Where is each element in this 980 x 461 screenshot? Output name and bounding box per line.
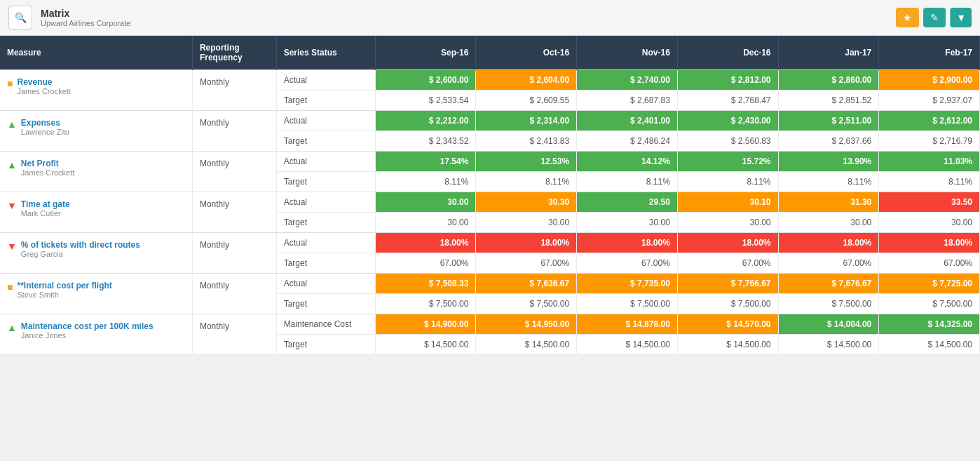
series-status-cell: Target	[276, 335, 375, 355]
table-row: ▼Time at gateMark CutlerMonthlyActual30.…	[0, 192, 980, 213]
value-cell: $ 7,500.00	[879, 294, 980, 314]
value-cell: $ 2,900.00	[879, 70, 980, 91]
value-cell: 8.11%	[778, 172, 879, 192]
series-status-cell: Actual	[276, 274, 375, 294]
value-cell: 8.11%	[879, 172, 980, 192]
value-cell: 18.00%	[375, 233, 476, 253]
value-cell: 14.12%	[577, 152, 678, 172]
col-oct16: Oct-16	[476, 36, 577, 70]
value-cell: 8.11%	[476, 172, 577, 192]
frequency-cell: Monthly	[192, 314, 276, 355]
app-title: Matrix	[41, 8, 130, 19]
value-cell: 18.00%	[577, 233, 678, 253]
value-cell: $ 14,325.00	[879, 314, 980, 335]
arrow-down-icon: ▼	[7, 241, 17, 252]
col-feb17: Feb-17	[879, 36, 980, 70]
value-cell: 67.00%	[879, 253, 980, 274]
value-cell: 12.53%	[476, 152, 577, 172]
value-cell: 30.30	[476, 192, 577, 213]
value-cell: $ 2,413.83	[476, 131, 577, 152]
value-cell: $ 2,212.00	[375, 111, 476, 131]
table-header-row: Measure ReportingFrequency Series Status…	[0, 36, 980, 70]
square-icon: ■	[7, 281, 13, 293]
edit-button[interactable]: ✎	[923, 8, 946, 27]
measure-owner: James Crockett	[17, 87, 70, 95]
series-status-cell: Target	[276, 172, 375, 192]
value-cell: 30.00	[778, 213, 879, 233]
measure-cell: ▲Maintenance cost per 100K milesJanice J…	[0, 314, 192, 355]
frequency-cell: Monthly	[192, 274, 276, 314]
measure-cell: ▼Time at gateMark Cutler	[0, 192, 192, 233]
frequency-cell: Monthly	[192, 233, 276, 274]
value-cell: $ 14,878.00	[577, 314, 678, 335]
measure-cell: ■RevenueJames Crockett	[0, 70, 192, 111]
value-cell: $ 2,812.00	[677, 70, 778, 91]
value-cell: 18.00%	[677, 233, 778, 253]
value-cell: 8.11%	[577, 172, 678, 192]
value-cell: $ 2,486.24	[577, 131, 678, 152]
value-cell: $ 14,500.00	[778, 335, 879, 355]
measure-name[interactable]: Time at gate	[21, 199, 70, 209]
value-cell: 17.54%	[375, 152, 476, 172]
value-cell: 30.10	[677, 192, 778, 213]
table-row: ▼% of tickets with direct routesGreg Gar…	[0, 233, 980, 253]
value-cell: $ 2,937.07	[879, 91, 980, 111]
value-cell: 30.00	[375, 213, 476, 233]
value-cell: $ 2,560.83	[677, 131, 778, 152]
measure-owner: Lawrence Zito	[21, 128, 69, 136]
col-nov16: Nov-16	[577, 36, 678, 70]
square-icon: ■	[7, 78, 13, 89]
series-status-cell: Actual	[276, 111, 375, 131]
value-cell: 18.00%	[879, 233, 980, 253]
value-cell: $ 7,500.00	[375, 294, 476, 314]
search-icon: 🔍	[15, 12, 27, 23]
arrow-up-icon: ▲	[7, 119, 17, 130]
value-cell: 30.00	[476, 213, 577, 233]
measure-name[interactable]: Maintenance cost per 100K miles	[21, 321, 154, 331]
value-cell: $ 7,500.00	[677, 294, 778, 314]
value-cell: $ 2,314.00	[476, 111, 577, 131]
measure-name[interactable]: **Internal cost per flight	[17, 281, 111, 290]
measure-owner: Greg Garcia	[21, 250, 140, 258]
arrow-up-icon: ▲	[7, 159, 17, 171]
measure-owner: Janice Jones	[21, 331, 154, 340]
measure-name[interactable]: Net Profit	[21, 159, 74, 168]
table-row: ▲ExpensesLawrence ZitoMonthlyActual$ 2,2…	[0, 111, 980, 131]
value-cell: $ 14,500.00	[577, 335, 678, 355]
arrow-down-icon: ▼	[7, 200, 17, 211]
value-cell: 18.00%	[778, 233, 879, 253]
measure-owner: James Crockett	[21, 168, 74, 177]
col-reporting-frequency: ReportingFrequency	[192, 36, 276, 70]
value-cell: $ 7,766.67	[677, 274, 778, 294]
series-status-cell: Target	[276, 253, 375, 274]
value-cell: $ 7,735.00	[577, 274, 678, 294]
value-cell: $ 2,533.54	[375, 91, 476, 111]
series-status-cell: Actual	[276, 152, 375, 172]
table-row: ■RevenueJames CrockettMonthlyActual$ 2,6…	[0, 70, 980, 91]
value-cell: $ 2,860.00	[778, 70, 879, 91]
measure-name[interactable]: Expenses	[21, 118, 69, 128]
measure-cell: ■**Internal cost per flightSteve Smith	[0, 274, 192, 314]
col-sep16: Sep-16	[375, 36, 476, 70]
dropdown-button[interactable]: ▼	[950, 8, 972, 27]
value-cell: $ 2,604.00	[476, 70, 577, 91]
star-button[interactable]: ★	[896, 8, 919, 27]
value-cell: 18.00%	[476, 233, 577, 253]
value-cell: 30.00	[577, 213, 678, 233]
value-cell: 67.00%	[577, 253, 678, 274]
measure-name[interactable]: % of tickets with direct routes	[21, 240, 140, 250]
matrix-table-wrapper: Measure ReportingFrequency Series Status…	[0, 36, 980, 355]
value-cell: $ 14,500.00	[476, 335, 577, 355]
value-cell: $ 2,511.00	[778, 111, 879, 131]
value-cell: $ 2,687.83	[577, 91, 678, 111]
value-cell: 31.30	[778, 192, 879, 213]
value-cell: 30.00	[677, 213, 778, 233]
value-cell: $ 2,851.52	[778, 91, 879, 111]
search-button[interactable]: 🔍	[8, 6, 32, 29]
col-jan17: Jan-17	[778, 36, 879, 70]
value-cell: $ 2,740.00	[577, 70, 678, 91]
measure-name[interactable]: Revenue	[17, 77, 70, 87]
value-cell: $ 7,500.00	[577, 294, 678, 314]
series-status-cell: Target	[276, 294, 375, 314]
value-cell: $ 7,725.00	[879, 274, 980, 294]
